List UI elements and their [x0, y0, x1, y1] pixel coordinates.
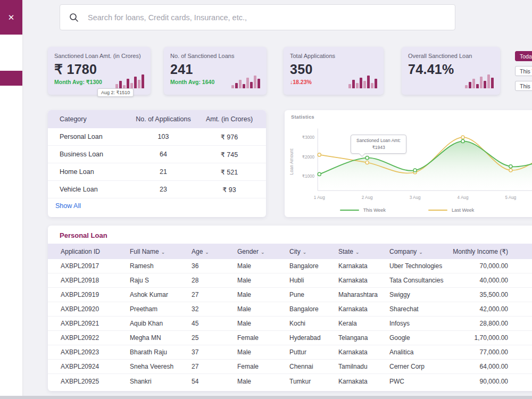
cell: Home Loan	[48, 168, 121, 176]
svg-text:1 Aug: 1 Aug	[314, 195, 325, 200]
category-column-header: No. of Applications	[121, 115, 205, 123]
mini-bar	[472, 79, 475, 88]
application-row[interactable]: AXBPL20924Sneha Veeresh27FemaleChennaiTa…	[48, 360, 532, 374]
mini-bar	[138, 80, 140, 88]
cell: Tamilnadu	[338, 363, 389, 370]
cell: 37	[192, 348, 237, 356]
show-all-link[interactable]: Show All	[55, 202, 81, 210]
cell: AXBPL20920	[61, 305, 130, 313]
cell: AXBPL20918	[61, 277, 130, 284]
cell: Infosys	[389, 320, 449, 327]
cell: 64	[121, 151, 205, 158]
applications-table-header: Application IDFull Name⌄Age⌄Gender⌄City⌄…	[48, 244, 532, 259]
column-header-label: Gender	[237, 248, 259, 255]
column-header-state[interactable]: State⌄	[338, 248, 389, 255]
application-row[interactable]: AXBPL20923Bharath Raju37MalePutturKarnak…	[48, 345, 532, 360]
category-column-header: Amt. (in Crores)	[205, 115, 266, 123]
personal-loan-title: Personal Loan	[48, 226, 532, 244]
close-icon: ✕	[8, 13, 15, 22]
category-row[interactable]: Home Loan21₹ 521	[48, 163, 266, 181]
cell: AXBPL20924	[61, 363, 130, 370]
stat-tooltip: Aug 2: ₹1510	[97, 88, 134, 97]
category-column-header: Category	[48, 115, 121, 123]
stat-card-overall-sanctioned: Overall Sanctioned Loan 74.41%	[402, 47, 500, 95]
column-header-gender[interactable]: Gender⌄	[237, 248, 289, 255]
cell: Business Loan	[48, 151, 121, 158]
mini-bar	[243, 84, 245, 88]
cell: Male	[237, 262, 289, 270]
cell: Karnakata	[338, 305, 389, 313]
horizontal-scrollbar[interactable]	[0, 396, 532, 399]
cell: Preetham	[130, 305, 192, 313]
svg-text:4 Aug: 4 Aug	[458, 195, 469, 200]
cell: AXBPL20925	[61, 378, 130, 385]
application-row[interactable]: AXBPL20920Preetham32MaleBangaloreKarnaka…	[48, 302, 532, 317]
column-header-label: Application ID	[61, 248, 100, 255]
mini-bar	[484, 81, 486, 88]
chart-tooltip-label: Sanctioned Loan Amt:	[356, 137, 401, 144]
mini-bar	[356, 83, 359, 88]
svg-text:3 Aug: 3 Aug	[410, 195, 421, 200]
cell: ₹ 93	[205, 186, 266, 194]
category-row[interactable]: Business Loan64₹ 745	[48, 146, 266, 163]
filter-this-week-button[interactable]: This Week	[515, 66, 532, 76]
filter-today-button[interactable]: Today	[515, 51, 532, 61]
search-input[interactable]	[88, 13, 446, 22]
column-header-full-name[interactable]: Full Name⌄	[130, 248, 192, 255]
sidebar-active-item[interactable]	[0, 71, 22, 86]
cell: Cerner Corp	[389, 363, 449, 370]
search-bar	[60, 4, 455, 30]
mini-bar	[491, 78, 494, 88]
cell: AXBPL20919	[61, 291, 130, 298]
application-row[interactable]: AXBPL20919Ashok Kumar27MalePuneMaharasht…	[48, 288, 532, 302]
column-header-age[interactable]: Age⌄	[192, 248, 237, 255]
cell: AXBPL20917	[61, 262, 130, 270]
cell: ₹ 521	[205, 168, 266, 176]
column-header-label: Monthly Income (₹)	[453, 248, 508, 255]
cell: Female	[237, 363, 289, 370]
cell: Male	[237, 348, 289, 356]
mini-bar	[480, 77, 483, 88]
cell: 40,000.00	[449, 277, 508, 284]
cell: Karnakata	[338, 277, 389, 284]
applications-table-body: AXBPL20917Ramesh36MaleBangaloreKarnakata…	[48, 259, 532, 388]
stat-title: Overall Sanctioned Loan	[408, 53, 494, 59]
legend-item: Last Week	[428, 207, 474, 213]
cell: Tumkur	[289, 378, 338, 385]
cell: 25	[192, 334, 237, 342]
cell: PWC	[389, 378, 449, 385]
application-row[interactable]: AXBPL20925Shankri54MaleTumkurKarnakataPW…	[48, 374, 532, 388]
cell: AXBPL20923	[61, 348, 130, 356]
stat-card-sanctioned-amount: Sanctioned Loan Amt. (in Crores) ₹ 1780 …	[48, 47, 151, 95]
sidebar: ✕	[0, 0, 22, 399]
mini-bar	[142, 74, 144, 88]
cell: Ashok Kumar	[130, 291, 192, 298]
sort-chevron-icon: ⌄	[205, 250, 209, 255]
category-row[interactable]: Personal Loan103₹ 976	[48, 128, 266, 146]
application-row[interactable]: AXBPL20918Raju S28MaleHubliKarnakataTata…	[48, 273, 532, 288]
chart-tooltip: Sanctioned Loan Amt: ₹1943	[351, 135, 406, 154]
filter-this-month-button[interactable]: This Month	[515, 81, 532, 91]
application-row[interactable]: AXBPL20917Ramesh36MaleBangaloreKarnakata…	[48, 259, 532, 273]
cell: AXBPL20922	[61, 334, 130, 342]
application-row[interactable]: AXBPL20922Megha MN25FemaleHyderabadTelan…	[48, 331, 532, 345]
cell: Male	[237, 378, 289, 385]
mini-bar	[476, 84, 479, 88]
cell: Swiggy	[389, 291, 449, 298]
svg-text:₹3000: ₹3000	[302, 135, 315, 140]
column-header-city[interactable]: City⌄	[289, 248, 338, 255]
column-header-company[interactable]: Company⌄	[389, 248, 449, 255]
category-table-body: Personal Loan103₹ 976Business Loan64₹ 74…	[48, 128, 266, 198]
cell: 1,70,000.00	[449, 334, 508, 342]
column-header-label: State	[338, 248, 353, 255]
cell: 27	[192, 291, 237, 298]
cell: Male	[237, 320, 289, 327]
cell: 23	[121, 186, 205, 193]
menu-close-button[interactable]: ✕	[0, 0, 22, 35]
application-row[interactable]: AXBPL20921Aquib Khan45MaleKochiKeralaInf…	[48, 317, 532, 331]
cell: Male	[237, 277, 289, 284]
stat-title: No. of Sanctioned Loans	[170, 53, 260, 59]
mini-bar	[246, 78, 249, 88]
mini-bar	[375, 79, 377, 88]
category-row[interactable]: Vehicle Loan23₹ 93	[48, 181, 266, 198]
